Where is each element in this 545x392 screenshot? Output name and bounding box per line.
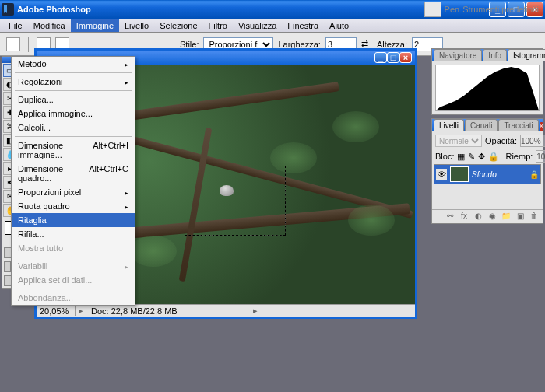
menu-file[interactable]: File: [3, 19, 28, 32]
fill-label: Riemp:: [505, 152, 533, 161]
tab-canali[interactable]: Canali: [465, 119, 498, 131]
menubar: File Modifica Immagine Livello Selezione…: [0, 19, 545, 33]
menu-item-abbondanza-: Abbondanza...: [12, 291, 135, 305]
group-icon[interactable]: 📁: [501, 212, 512, 222]
menu-item-mostra-tutto: Mostra tutto: [12, 241, 135, 255]
new-layer-icon[interactable]: ▣: [515, 212, 526, 222]
menu-selezione[interactable]: Selezione: [154, 19, 202, 32]
menu-item-dimensione-quadro-[interactable]: Dimensione quadro...Alt+Ctrl+C: [12, 162, 135, 185]
zoom-field[interactable]: 20,05%: [37, 306, 76, 316]
lock-move-icon[interactable]: ✥: [478, 152, 485, 162]
opacity-input[interactable]: [520, 135, 545, 147]
tab-livelli[interactable]: Livelli: [434, 119, 464, 131]
panel-close[interactable]: ×: [540, 122, 543, 131]
menu-immagine[interactable]: Immagine: [71, 19, 119, 32]
immagine-dropdown: MetodoRegolazioniDuplica...Applica immag…: [11, 56, 135, 306]
tab-tracciati[interactable]: Tracciati: [498, 119, 538, 131]
histogram-panel: Navigatore Info Istogramma ×: [431, 48, 543, 115]
height-label: Altezza:: [377, 40, 407, 49]
menu-item-applica-immagine-[interactable]: Applica immagine...: [12, 107, 135, 121]
selection-marquee[interactable]: [185, 166, 286, 236]
menu-item-metodo[interactable]: Metodo: [12, 57, 135, 71]
tab-istogramma[interactable]: Istogramma: [508, 49, 545, 61]
pen-label: Pen: [445, 5, 460, 14]
histogram-display: [435, 65, 540, 111]
layer-name[interactable]: Sfondo: [472, 170, 526, 179]
menu-item-regolazioni[interactable]: Regolazioni: [12, 75, 135, 89]
tool-presets-label[interactable]: Strumenti predefiniti: [462, 5, 539, 14]
width-label: Larghezza:: [278, 40, 320, 49]
link-layers-icon[interactable]: ⚯: [445, 212, 455, 222]
workspace: ▭ ✥ ◐ ✦ ✂ ◫ ✚ ✎ ⌘ ↻ ◧ ◐ 💧 ○ ▸ T ✒ ▭ ✉ ⌖ …: [0, 56, 545, 392]
doc-info: Doc: 22,8 MB/22,8 MB: [86, 306, 250, 316]
lock-label: Bloc:: [435, 152, 454, 161]
app-title: Adobe Photoshop: [17, 5, 489, 14]
menu-visualizza[interactable]: Visualizza: [233, 19, 282, 32]
tab-navigatore[interactable]: Navigatore: [434, 49, 482, 61]
tool-preset-icon[interactable]: [6, 37, 20, 51]
visibility-icon[interactable]: 👁: [436, 169, 447, 180]
layers-panel: Livelli Canali Tracciati × Normale Opaci…: [431, 118, 543, 224]
layer-row[interactable]: 👁 Sfondo 🔒: [434, 164, 541, 184]
menu-finestra[interactable]: Finestra: [282, 19, 324, 32]
lock-trans-icon[interactable]: ▦: [457, 152, 465, 162]
menu-item-calcoli-[interactable]: Calcoli...: [12, 121, 135, 135]
doc-minimize[interactable]: _: [374, 52, 387, 63]
screen-standard[interactable]: [4, 261, 11, 272]
layer-mask-icon[interactable]: ◐: [473, 212, 483, 222]
menu-filtro[interactable]: Filtro: [203, 19, 233, 32]
menu-item-rifila-[interactable]: Rifila...: [12, 227, 135, 241]
delete-layer-icon[interactable]: 🗑: [529, 212, 540, 222]
doc-close[interactable]: ×: [399, 52, 412, 63]
menu-livello[interactable]: Livello: [119, 19, 154, 32]
menu-item-variabili: Variabili: [12, 259, 135, 273]
fill-input[interactable]: [536, 150, 545, 163]
menu-item-duplica-[interactable]: Duplica...: [12, 93, 135, 107]
doc-maximize[interactable]: □: [387, 52, 399, 63]
app-icon: [2, 3, 14, 16]
layer-style-icon[interactable]: fx: [459, 212, 469, 222]
menu-modifica[interactable]: Modifica: [28, 19, 71, 32]
menu-aiuto[interactable]: Aiuto: [324, 19, 354, 32]
style-label: Stile:: [180, 40, 199, 49]
lock-all-icon[interactable]: 🔒: [488, 152, 499, 162]
adjustment-layer-icon[interactable]: ◉: [487, 212, 498, 222]
menu-item-ruota-quadro[interactable]: Ruota quadro: [12, 199, 135, 213]
blend-mode-select[interactable]: Normale: [435, 135, 482, 147]
menu-item-ritaglia[interactable]: Ritaglia: [12, 213, 135, 227]
menu-item-applica-set-di-dati-: Applica set di dati...: [12, 273, 135, 287]
menu-item-dimensione-immagine-[interactable]: Dimensione immagine...Alt+Ctrl+I: [12, 138, 135, 162]
layer-thumbnail[interactable]: [450, 166, 469, 182]
brush-preset-button[interactable]: [424, 2, 441, 17]
status-bar: 20,05% ▸ Doc: 22,8 MB/22,8 MB ▸: [37, 304, 415, 317]
opacity-label: Opacità:: [485, 136, 517, 145]
lock-paint-icon[interactable]: ✎: [468, 152, 475, 162]
tab-info[interactable]: Info: [483, 49, 507, 61]
menu-item-proporzioni-pixel[interactable]: Proporzioni pixel: [12, 185, 135, 199]
lock-icon: 🔒: [529, 170, 539, 179]
